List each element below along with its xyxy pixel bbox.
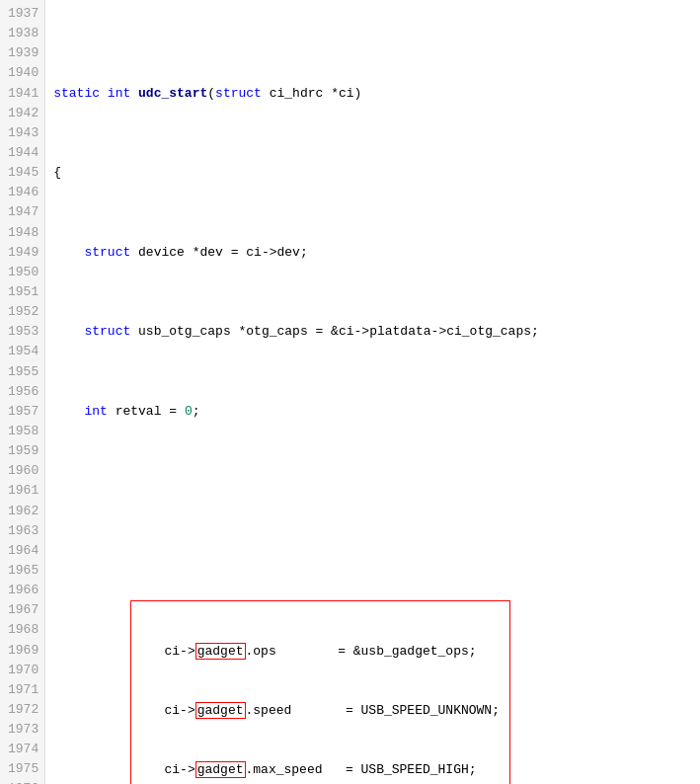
line-numbers: 1937 1938 1939 1940 1941 1942 1943 1944 … [0,0,45,784]
code-line-1945: ci->gadget.max_speed = USB_SPEED_HIGH; [133,760,507,780]
code-line-1941: int retval = 0; [53,402,692,422]
code-line-1938: { [53,163,692,183]
code-line-1940: struct usb_otg_caps *otg_caps = &ci->pla… [53,322,692,342]
gadget-section: ci->gadget.ops = &usb_gadget_ops; ci->ga… [84,581,700,784]
code-line-1943: ci->gadget.ops = &usb_gadget_ops; [133,642,507,662]
code-line-1937: static int udc_start(struct ci_hdrc *ci) [53,84,692,104]
code-line-1944: ci->gadget.speed = USB_SPEED_UNKNOWN; [133,701,507,721]
code-line-1942 [53,481,692,501]
code-line-1939: struct device *dev = ci->dev; [53,243,692,263]
code-body: static int udc_start(struct ci_hdrc *ci)… [45,0,700,784]
code-viewer: 1937 1938 1939 1940 1941 1942 1943 1944 … [0,0,700,784]
